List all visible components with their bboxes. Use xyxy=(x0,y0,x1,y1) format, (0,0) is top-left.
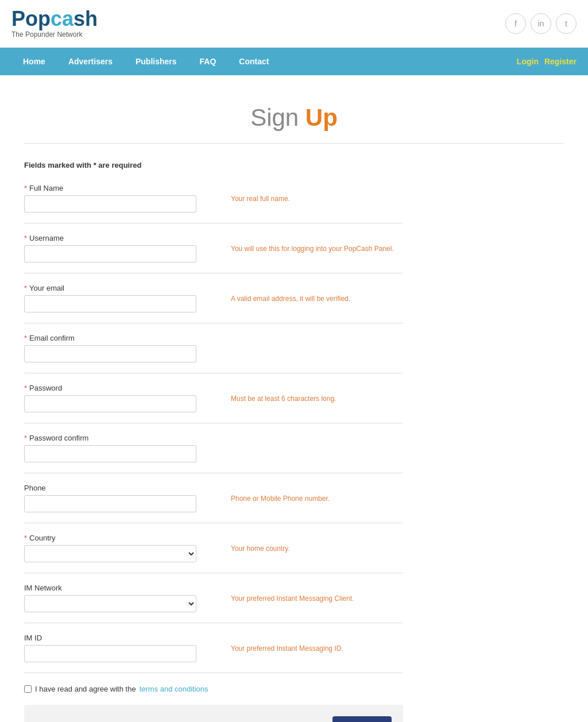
password-confirm-left: *Password confirm xyxy=(24,434,219,462)
username-row: *Username You will use this for logging … xyxy=(24,234,564,262)
password-row: *Password Must be at least 6 characters … xyxy=(24,384,564,412)
phone-hint: Phone or Mobile Phone number. xyxy=(231,484,330,504)
nav-left: Home Advertisers Publishers FAQ Contact xyxy=(11,48,517,75)
password-input[interactable] xyxy=(24,395,196,412)
main-nav: Home Advertisers Publishers FAQ Contact … xyxy=(0,48,588,75)
facebook-icon[interactable]: f xyxy=(505,13,526,34)
email-label: *Your email xyxy=(24,284,219,292)
page-title: Sign Up xyxy=(24,104,564,132)
full-name-hint: Your real full name. xyxy=(231,184,290,204)
im-network-label: IM Network xyxy=(24,584,219,592)
terms-link[interactable]: terms and conditions xyxy=(140,685,208,693)
divider-3 xyxy=(24,323,403,323)
email-star: * xyxy=(24,284,27,292)
password-star: * xyxy=(24,384,27,392)
nav-advertisers[interactable]: Advertisers xyxy=(57,48,124,75)
nav-publishers[interactable]: Publishers xyxy=(124,48,188,75)
full-name-label: *Full Name xyxy=(24,184,219,192)
divider-8 xyxy=(24,573,403,573)
username-hint: You will use this for logging into your … xyxy=(231,234,394,254)
email-row: *Your email A valid email address, it wi… xyxy=(24,284,564,312)
country-label: *Country xyxy=(24,534,219,542)
password-confirm-input[interactable] xyxy=(24,445,196,462)
password-confirm-label: *Password confirm xyxy=(24,434,219,442)
password-confirm-star: * xyxy=(24,434,27,442)
nav-home[interactable]: Home xyxy=(11,48,57,75)
im-network-row: IM Network Your preferred Instant Messag… xyxy=(24,584,564,612)
phone-label: Phone xyxy=(24,484,219,492)
required-note: Fields marked with * are required xyxy=(24,161,564,169)
email-confirm-input[interactable] xyxy=(24,345,196,362)
divider-2 xyxy=(24,273,403,273)
submit-button[interactable]: Submit xyxy=(332,716,392,722)
social-icons-group: f in t xyxy=(505,13,577,34)
submit-area: Submit xyxy=(24,705,403,722)
sign-text: Sign xyxy=(250,104,305,131)
nav-right: Login Register xyxy=(517,57,577,66)
country-star: * xyxy=(24,534,27,542)
main-content: Sign Up Fields marked with * are require… xyxy=(13,75,575,722)
im-id-hint: Your preferred Instant Messaging ID. xyxy=(231,634,343,654)
im-id-label: IM ID xyxy=(24,634,219,642)
im-network-left: IM Network xyxy=(24,584,219,612)
terms-text: I have read and agree with the xyxy=(35,685,136,693)
logo-text: Popcash xyxy=(11,9,98,29)
full-name-star: * xyxy=(24,184,27,192)
country-row: *Country Your home country. xyxy=(24,534,564,562)
country-hint: Your home country. xyxy=(231,534,290,554)
password-confirm-row: *Password confirm xyxy=(24,434,564,462)
divider-5 xyxy=(24,423,403,423)
up-text: Up xyxy=(305,104,338,131)
email-confirm-star: * xyxy=(24,334,27,342)
linkedin-icon[interactable]: in xyxy=(531,13,551,34)
im-id-input[interactable] xyxy=(24,645,196,662)
country-left: *Country xyxy=(24,534,219,562)
phone-left: Phone xyxy=(24,484,219,512)
im-network-select[interactable] xyxy=(24,595,196,612)
email-hint: A valid email address, it will be verifi… xyxy=(231,284,350,304)
email-left: *Your email xyxy=(24,284,219,312)
password-label: *Password xyxy=(24,384,219,392)
full-name-input[interactable] xyxy=(24,195,196,213)
divider-7 xyxy=(24,523,403,523)
phone-row: Phone Phone or Mobile Phone number. xyxy=(24,484,564,512)
logo[interactable]: Popcash The Popunder Network xyxy=(11,9,98,38)
nav-register-link[interactable]: Register xyxy=(544,57,577,66)
username-label: *Username xyxy=(24,234,219,242)
username-left: *Username xyxy=(24,234,219,262)
full-name-left: *Full Name xyxy=(24,184,219,213)
email-confirm-label: *Email confirm xyxy=(24,334,219,342)
heading-divider xyxy=(24,143,564,144)
im-network-hint: Your preferred Instant Messaging Client. xyxy=(231,584,354,604)
full-name-row: *Full Name Your real full name. xyxy=(24,184,564,213)
divider-9 xyxy=(24,623,403,623)
password-left: *Password xyxy=(24,384,219,412)
country-select[interactable] xyxy=(24,545,196,562)
divider-4 xyxy=(24,373,403,373)
terms-row: I have read and agree with the terms and… xyxy=(24,685,564,693)
logo-tagline: The Popunder Network xyxy=(11,30,98,38)
im-id-left: IM ID xyxy=(24,634,219,662)
im-id-row: IM ID Your preferred Instant Messaging I… xyxy=(24,634,564,662)
email-confirm-row: *Email confirm xyxy=(24,334,564,362)
username-star: * xyxy=(24,234,27,242)
signup-form: *Full Name Your real full name. *Usernam… xyxy=(24,184,564,722)
password-hint: Must be at least 6 characters long. xyxy=(231,384,336,404)
email-input[interactable] xyxy=(24,295,196,312)
nav-faq[interactable]: FAQ xyxy=(188,48,228,75)
divider-6 xyxy=(24,473,403,473)
terms-checkbox[interactable] xyxy=(24,685,32,693)
username-input[interactable] xyxy=(24,245,196,262)
email-confirm-left: *Email confirm xyxy=(24,334,219,362)
divider-10 xyxy=(24,673,403,673)
phone-input[interactable] xyxy=(24,495,196,512)
page-header: Popcash The Popunder Network f in t xyxy=(0,0,588,48)
nav-contact[interactable]: Contact xyxy=(227,48,280,75)
nav-login-link[interactable]: Login xyxy=(517,57,539,66)
twitter-icon[interactable]: t xyxy=(556,13,577,34)
divider-1 xyxy=(24,223,403,223)
